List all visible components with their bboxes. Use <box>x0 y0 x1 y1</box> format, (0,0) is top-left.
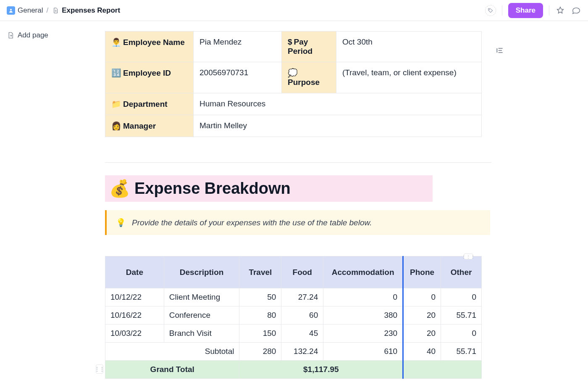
divider <box>549 5 549 16</box>
col-other[interactable]: Other <box>441 256 482 288</box>
cell-accommodation[interactable]: 230 <box>323 325 403 343</box>
svg-point-0 <box>10 9 12 11</box>
cell-accommodation[interactable]: 0 <box>323 288 403 306</box>
add-page-icon <box>7 32 14 39</box>
cell-food[interactable]: 60 <box>281 306 323 325</box>
subtotal-label[interactable]: Subtotal <box>105 343 239 361</box>
cell-accommodation[interactable]: 380 <box>323 306 403 325</box>
pay-period-value[interactable]: Oct 30th <box>336 32 482 62</box>
table-row: 👩Manager Martin Melley <box>105 115 482 137</box>
main-content: 👨‍💼Employee Name Pia Mendez $Pay Period … <box>105 21 491 388</box>
cell-date[interactable]: 10/12/22 <box>105 288 164 306</box>
divider <box>502 5 502 16</box>
subtotal-accommodation[interactable]: 610 <box>323 343 403 361</box>
table-row: 📁Department Human Resources <box>105 93 482 115</box>
topbar: General / Expenses Report Share <box>0 0 588 21</box>
moneybag-emoji-icon: 💰 <box>109 179 130 198</box>
col-phone[interactable]: Phone <box>403 256 441 288</box>
subtotal-travel[interactable]: 280 <box>239 343 281 361</box>
cell-description[interactable]: Branch Visit <box>164 325 239 343</box>
grandtotal-empty[interactable] <box>403 361 482 379</box>
employee-id-value[interactable]: 20056970731 <box>194 62 282 93</box>
pay-period-label[interactable]: $Pay Period <box>282 32 336 62</box>
row-drag-handle[interactable]: ⋮⋮ <box>96 364 103 374</box>
table-row: 10/03/22 Branch Visit 150 45 230 20 0 <box>105 325 482 343</box>
purpose-value[interactable]: (Travel, team, or client expense) <box>336 62 482 93</box>
employee-id-label[interactable]: 🔢Employee ID <box>105 62 194 93</box>
col-food[interactable]: Food <box>281 256 323 288</box>
purpose-label[interactable]: 💭Purpose <box>282 62 336 93</box>
comment-icon[interactable] <box>571 5 581 16</box>
tag-button[interactable] <box>485 5 496 16</box>
grandtotal-label[interactable]: Grand Total <box>105 361 239 379</box>
grandtotal-value[interactable]: $1,117.95 <box>239 361 403 379</box>
table-row: 10/16/22 Conference 80 60 380 20 55.71 <box>105 306 482 325</box>
info-table: 👨‍💼Employee Name Pia Mendez $Pay Period … <box>105 31 482 137</box>
section-heading: 💰 Expense Breakdown <box>105 175 433 202</box>
cell-date[interactable]: 10/03/22 <box>105 325 164 343</box>
section-title: Expense Breakdown <box>134 179 291 198</box>
top-actions: Share <box>485 3 581 18</box>
woman-emoji-icon: 👩 <box>111 121 121 130</box>
employee-name-label[interactable]: 👨‍💼Employee Name <box>105 32 194 62</box>
cell-description[interactable]: Conference <box>164 306 239 325</box>
svg-point-1 <box>489 9 489 10</box>
toc-icon[interactable] <box>496 46 505 55</box>
callout-text: Provide the details of your expenses wit… <box>132 218 372 227</box>
cell-travel[interactable]: 150 <box>239 325 281 343</box>
table-row: 🔢Employee ID 20056970731 💭Purpose (Trave… <box>105 62 482 93</box>
col-travel[interactable]: Travel <box>239 256 281 288</box>
thought-emoji-icon: 💭 <box>288 69 298 77</box>
cell-food[interactable]: 27.24 <box>281 288 323 306</box>
dollar-emoji-icon: $ <box>288 37 292 46</box>
cell-travel[interactable]: 80 <box>239 306 281 325</box>
left-sidebar: Add page <box>0 21 105 388</box>
department-label[interactable]: 📁Department <box>105 93 194 115</box>
numbers-emoji-icon: 🔢 <box>111 69 121 77</box>
manager-value[interactable]: Martin Melley <box>194 115 482 137</box>
cell-other[interactable]: 0 <box>441 325 482 343</box>
callout: 💡 Provide the details of your expenses w… <box>105 210 490 235</box>
cell-other[interactable]: 55.71 <box>441 306 482 325</box>
cell-phone[interactable]: 20 <box>403 325 441 343</box>
breadcrumb-current[interactable]: Expenses Report <box>52 6 120 15</box>
bulb-emoji-icon: 💡 <box>116 218 126 227</box>
cell-other[interactable]: 0 <box>441 288 482 306</box>
share-button[interactable]: Share <box>508 3 543 18</box>
table-row: 10/12/22 Client Meeting 50 27.24 0 0 0 <box>105 288 482 306</box>
cell-date[interactable]: 10/16/22 <box>105 306 164 325</box>
cell-food[interactable]: 45 <box>281 325 323 343</box>
person-icon <box>7 6 15 15</box>
table-row: 👨‍💼Employee Name Pia Mendez $Pay Period … <box>105 32 482 62</box>
cell-phone[interactable]: 0 <box>403 288 441 306</box>
right-sidebar <box>491 21 588 388</box>
subtotal-other[interactable]: 55.71 <box>441 343 482 361</box>
subtotal-phone[interactable]: 40 <box>403 343 441 361</box>
subtotal-food[interactable]: 132.24 <box>281 343 323 361</box>
col-accommodation[interactable]: Accommodation <box>323 256 403 288</box>
breadcrumb-root-label: General <box>18 6 43 15</box>
folder-emoji-icon: 📁 <box>111 100 121 108</box>
cell-travel[interactable]: 50 <box>239 288 281 306</box>
subtotal-row: Subtotal 280 132.24 610 40 55.71 <box>105 343 482 361</box>
manager-label[interactable]: 👩Manager <box>105 115 194 137</box>
col-description[interactable]: Description <box>164 256 239 288</box>
add-page-button[interactable]: Add page <box>7 31 105 40</box>
star-icon[interactable] <box>555 5 565 16</box>
breadcrumb: General / Expenses Report <box>7 6 120 15</box>
add-page-label: Add page <box>18 31 48 40</box>
cell-phone[interactable]: 20 <box>403 306 441 325</box>
column-drag-handle[interactable]: ⋮⋮⋮ <box>464 253 473 259</box>
employee-name-value[interactable]: Pia Mendez <box>194 32 282 62</box>
table-header-row: Date Description Travel Food Accommodati… <box>105 256 482 288</box>
expense-table: Date Description Travel Food Accommodati… <box>105 256 482 379</box>
breadcrumb-sep: / <box>46 6 48 15</box>
cell-description[interactable]: Client Meeting <box>164 288 239 306</box>
breadcrumb-current-label: Expenses Report <box>62 6 120 15</box>
document-icon <box>52 7 59 14</box>
grandtotal-row: Grand Total $1,117.95 <box>105 361 482 379</box>
department-value[interactable]: Human Resources <box>194 93 482 115</box>
breadcrumb-root[interactable]: General <box>7 6 43 15</box>
col-date[interactable]: Date <box>105 256 164 288</box>
person-emoji-icon: 👨‍💼 <box>111 38 121 47</box>
